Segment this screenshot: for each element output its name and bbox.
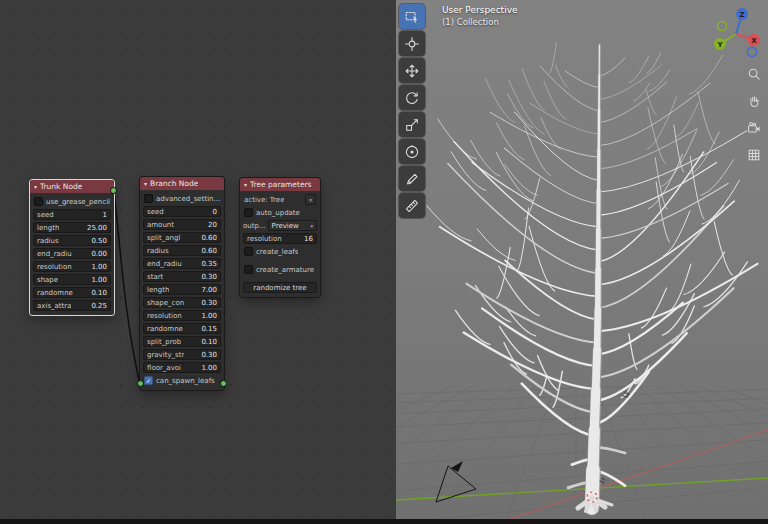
node-tree-parameters[interactable]: ▾Tree parametersactive: Tree✕auto_update… [240,178,320,297]
row-gap [243,259,317,262]
collapse-triangle-icon[interactable]: ▾ [34,184,37,190]
property-gravity-str[interactable]: gravity_str0.30 [143,349,221,360]
property-randomne[interactable]: randomne0.10 [33,287,111,298]
property-value: 0.00 [91,250,107,258]
collapse-triangle-icon[interactable]: ▾ [144,181,147,187]
checkbox[interactable] [34,197,43,206]
nav-ortho-grid-button[interactable] [747,147,761,166]
property-shape-con[interactable]: shape_con0.30 [143,297,221,308]
clear-active-button[interactable]: ✕ [305,194,316,205]
property-end-radiu[interactable]: end_radiu0.35 [143,258,221,269]
tool-annotate[interactable] [399,166,425,191]
node-header[interactable]: ▾Trunk Node [30,180,114,193]
chevron-down-icon: ▾ [310,223,313,229]
property-value: 0.10 [201,338,217,346]
collapse-triangle-icon[interactable]: ▾ [244,182,247,188]
dropdown-preview[interactable]: Preview▾ [268,220,317,231]
property-auto-update[interactable]: auto_update [243,207,317,218]
active-object-field[interactable]: active: Tree✕ [243,194,317,205]
property-can-spawn-leafs[interactable]: ✓can_spawn_leafs [143,375,221,386]
property-split-angl[interactable]: split_angl0.60 [143,232,221,243]
row-gap [243,277,317,280]
property-split-prob[interactable]: split_prob0.10 [143,336,221,347]
nav-zoom-button[interactable] [747,66,761,85]
tool-rotate[interactable] [399,85,425,110]
viewport-collection-label: (1) Collection [442,17,518,27]
property-label: start [147,273,163,281]
property-advanced-settin[interactable]: advanced_settin... [143,193,221,204]
property-randomne[interactable]: randomne0.15 [143,323,221,334]
tool-measure[interactable] [399,193,425,218]
property-value: 1.00 [91,263,107,271]
checkbox[interactable] [244,247,253,256]
property-label: randomne [37,289,73,297]
property-length[interactable]: length7.00 [143,284,221,295]
nav-pan-hand-button[interactable] [747,93,761,112]
tool-cursor[interactable] [399,31,425,56]
property-resolution[interactable]: resolution16 [243,233,317,244]
tool-select-box[interactable] [399,4,425,29]
property-label: shape [37,276,58,284]
gizmo-neg-z-ball[interactable] [748,48,757,57]
property-label: gravity_str [147,351,184,359]
nav-camera-button[interactable] [747,120,761,139]
node-header[interactable]: ▾Branch Node [140,177,224,190]
checkbox[interactable]: ✓ [144,376,153,385]
checkbox[interactable] [244,208,253,217]
rotate-icon [404,90,420,106]
property-end-radiu[interactable]: end_radiu0.00 [33,248,111,259]
node-socket-left[interactable] [137,380,144,387]
3d-viewport[interactable]: User Perspective (1) Collection X Y Z [396,0,768,519]
property-resolution[interactable]: resolution1.00 [143,310,221,321]
property-create-leafs[interactable]: create_leafs [243,246,317,257]
transform-icon [404,144,420,160]
node-header[interactable]: ▾Tree parameters [240,178,320,191]
tool-move[interactable] [399,58,425,83]
property-start[interactable]: start0.30 [143,271,221,282]
gizmo-neg-y-ball[interactable] [718,22,727,31]
node-editor[interactable]: ▾Trunk Nodeuse_grease_pencilseed1length2… [0,0,397,519]
node-branch-node[interactable]: ▾Branch Nodeadvanced_settin...seed0amoun… [140,177,224,390]
active-object-label: active: Tree [244,196,284,204]
node-socket-right[interactable] [110,187,117,194]
property-use-grease-pencil[interactable]: use_grease_pencil [33,196,111,207]
property-label: resolution [37,263,72,271]
navigation-gizmo[interactable]: X Y Z [710,4,766,60]
property-seed[interactable]: seed0 [143,206,221,217]
property-label: shape_con [147,299,184,307]
node-trunk-node[interactable]: ▾Trunk Nodeuse_grease_pencilseed1length2… [30,180,114,315]
checkbox[interactable] [244,265,253,274]
property-label: split_prob [147,338,181,346]
property-create-armature[interactable]: create_armature [243,264,317,275]
tool-scale[interactable] [399,112,425,137]
tool-transform[interactable] [399,139,425,164]
property-resolution[interactable]: resolution1.00 [33,261,111,272]
property-floor-avoi[interactable]: floor_avoi1.00 [143,362,221,373]
checkbox[interactable] [144,194,153,203]
property-label: floor_avoi [147,364,181,372]
viewport-overlay-text: User Perspective (1) Collection [442,5,518,27]
checkbox-label: auto_update [256,209,300,217]
property-radius[interactable]: radius0.50 [33,235,111,246]
checkbox-label: use_grease_pencil [46,198,110,206]
property-value: 0.15 [201,325,217,333]
viewport-nav-icons [747,66,761,166]
property-label: seed [147,208,164,216]
node-socket-right[interactable] [220,380,227,387]
ortho-grid-icon [747,148,761,162]
property-radius[interactable]: radius0.60 [143,245,221,256]
property-shape[interactable]: shape1.00 [33,274,111,285]
property-axis-attra[interactable]: axis_attra0.25 [33,300,111,311]
property-label: split_angl [147,234,180,242]
gizmo-x-label: X [751,37,757,45]
property-label: length [37,224,59,232]
measure-icon [404,198,420,214]
gizmo-y-label: Y [716,41,723,49]
viewport-perspective-label: User Perspective [442,5,518,15]
scale-icon [404,117,420,133]
button-randomize-tree[interactable]: randomize tree [243,282,317,293]
property-amount[interactable]: amount20 [143,219,221,230]
property-seed[interactable]: seed1 [33,209,111,220]
property-length[interactable]: length25.00 [33,222,111,233]
dropdown-selected-value: Preview [272,222,299,230]
